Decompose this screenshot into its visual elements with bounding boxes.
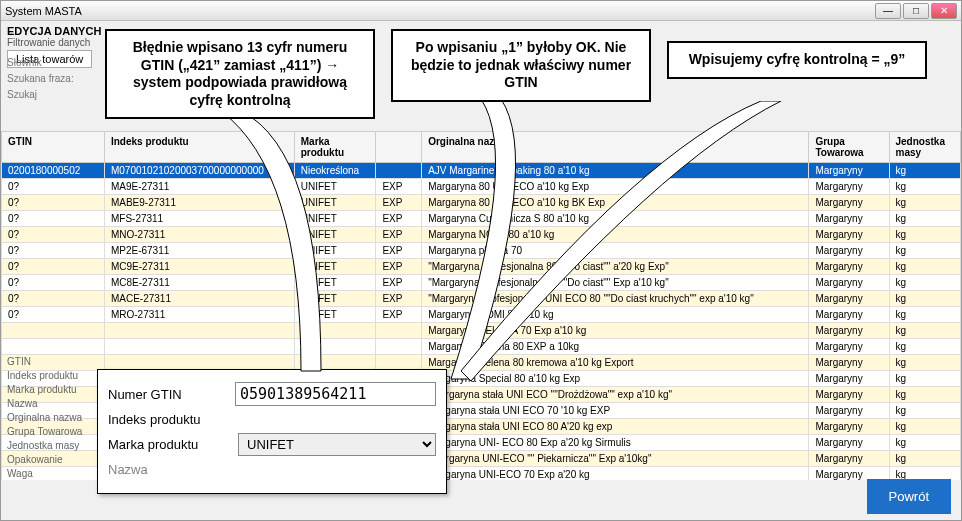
callout-3: Wpisujemy cyfrę kontrolną = „9” <box>667 41 927 79</box>
popup-marka-label: Marka produktu <box>108 437 228 452</box>
grid-header-row: GTIN Indeks produktu Marka produktu Orgi… <box>2 132 961 163</box>
detail-label: Indeks produktu <box>7 369 82 383</box>
window-title: System MASTA <box>5 5 82 17</box>
popup-gtin-input[interactable] <box>235 382 436 406</box>
callout-2: Po wpisaniu „1” byłoby OK. Nie będzie to… <box>391 29 651 102</box>
side-labels: Słownik Szukana fraza: Szukaj <box>7 55 74 103</box>
table-row[interactable]: 0?MABE9-27311UNIFETEXPMargaryna 80 UNI E… <box>2 195 961 211</box>
table-row[interactable]: 0?MP2E-67311UNIFETEXPMargaryna płynna 70… <box>2 243 961 259</box>
detail-label: Jednostka masy <box>7 439 82 453</box>
detail-labels: GTINIndeks produktuMarka produktuNazwaOr… <box>7 355 82 481</box>
titlebar: System MASTA — □ ✕ <box>1 1 961 21</box>
popup-idx-label: Indeks produktu <box>108 412 228 427</box>
popup-marka-select[interactable]: UNIFET <box>238 433 436 456</box>
table-row[interactable]: 0?MC8E-27311UNIFETEXP"Margaryna Profesjo… <box>2 275 961 291</box>
popup-nazwa-label: Nazwa <box>108 462 228 477</box>
side-szukaj: Szukaj <box>7 87 74 103</box>
detail-label: Waga <box>7 467 82 481</box>
detail-label: Orginalna nazwa <box>7 411 82 425</box>
back-button[interactable]: Powrót <box>867 479 951 514</box>
window-controls: — □ ✕ <box>875 3 957 19</box>
col-marka[interactable]: Marka produktu <box>294 132 376 163</box>
table-row[interactable]: 0?MA9E-27311UNIFETEXPMargaryna 80 UNI EC… <box>2 179 961 195</box>
callout-1: Błędnie wpisano 13 cyfr numeru GTIN („42… <box>105 29 375 119</box>
col-grupa[interactable]: Grupa Towarowa <box>809 132 889 163</box>
minimize-button[interactable]: — <box>875 3 901 19</box>
edit-popup: Numer GTIN Indeks produktu Marka produkt… <box>97 369 447 494</box>
col-idx[interactable]: Indeks produktu <box>104 132 294 163</box>
popup-gtin-label: Numer GTIN <box>108 387 225 402</box>
table-row[interactable]: Margaryna Selena 80 EXP a 10kgMargarynyk… <box>2 339 961 355</box>
detail-label: Grupa Towarowa <box>7 425 82 439</box>
detail-label: Nazwa <box>7 397 82 411</box>
close-button[interactable]: ✕ <box>931 3 957 19</box>
col-gtin[interactable]: GTIN <box>2 132 105 163</box>
side-slownik: Słownik <box>7 55 74 71</box>
table-row[interactable]: 0?MNO-27311UNIFETEXPMargaryna NOVA 80 a'… <box>2 227 961 243</box>
table-row[interactable]: 0?MFS-27311UNIFETEXPMargaryna Cukiernicz… <box>2 211 961 227</box>
maximize-button[interactable]: □ <box>903 3 929 19</box>
detail-label: GTIN <box>7 355 82 369</box>
table-row[interactable]: 0?MC9E-27311UNIFETEXP"Margaryna Profesjo… <box>2 259 961 275</box>
detail-label: Marka produktu <box>7 383 82 397</box>
col-jm[interactable]: Jednostka masy <box>889 132 961 163</box>
table-row[interactable]: 0?MACE-27311UNIFETEXP"Margaryna profesjo… <box>2 291 961 307</box>
table-row[interactable]: 0200180000502M07001021020003700000000000… <box>2 163 961 179</box>
detail-label: Opakowanie <box>7 453 82 467</box>
col-name[interactable]: Orginalna nazwa <box>422 132 809 163</box>
col-exp[interactable] <box>376 132 422 163</box>
table-row[interactable]: 0?MRO-27311UNIFETEXPMargaryna ROMI 82 a'… <box>2 307 961 323</box>
table-row[interactable]: Margaryna SELENA 70 Exp a'10 kgMargaryny… <box>2 323 961 339</box>
app-window: System MASTA — □ ✕ EDYCJA DANYCH Filtrow… <box>0 0 962 521</box>
side-fraza: Szukana fraza: <box>7 71 74 87</box>
